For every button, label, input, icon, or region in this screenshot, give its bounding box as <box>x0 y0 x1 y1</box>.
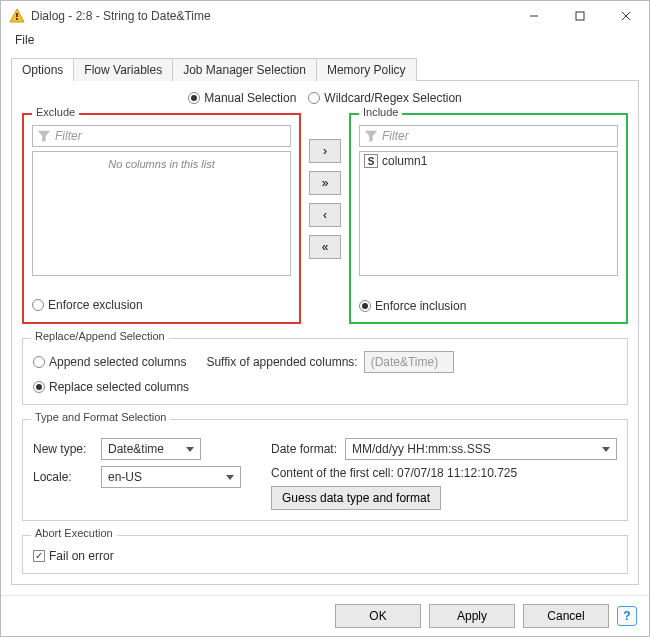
select-value: Date&time <box>108 442 164 456</box>
radio-label: Wildcard/Regex Selection <box>324 91 461 105</box>
tab-options[interactable]: Options <box>11 58 74 81</box>
tabstrip: Options Flow Variables Job Manager Selec… <box>11 57 639 80</box>
select-value: en-US <box>108 470 142 484</box>
app-icon <box>9 8 25 24</box>
cancel-button[interactable]: Cancel <box>523 604 609 628</box>
tabs-container: Options Flow Variables Job Manager Selec… <box>1 51 649 595</box>
titlebar: Dialog - 2:8 - String to Date&Time <box>1 1 649 31</box>
type-format-group: Type and Format Selection New type: Date… <box>22 419 628 521</box>
date-format-label: Date format: <box>271 442 337 456</box>
selection-mode-row: Manual Selection Wildcard/Regex Selectio… <box>22 91 628 105</box>
checkbox-icon <box>33 550 45 562</box>
radio-replace-columns[interactable]: Replace selected columns <box>33 380 189 394</box>
group-legend: Type and Format Selection <box>31 411 170 423</box>
replace-append-group: Replace/Append Selection Append selected… <box>22 338 628 405</box>
radio-enforce-exclusion[interactable]: Enforce exclusion <box>32 298 143 312</box>
apply-button[interactable]: Apply <box>429 604 515 628</box>
include-legend: Include <box>359 106 402 118</box>
exclude-legend: Exclude <box>32 106 79 118</box>
chevron-down-icon <box>226 475 234 480</box>
menubar: File <box>1 31 649 51</box>
radio-bullet-icon <box>308 92 320 104</box>
filter-placeholder: Filter <box>55 129 82 143</box>
enforce-exclusion-row: Enforce exclusion <box>32 298 291 314</box>
filter-icon <box>364 129 378 143</box>
checkbox-label: Fail on error <box>49 549 114 563</box>
exclude-one-button[interactable]: ‹ <box>309 203 341 227</box>
chevron-down-icon <box>602 447 610 452</box>
suffix-label: Suffix of appended columns: <box>206 355 357 369</box>
list-item-label: column1 <box>382 154 427 168</box>
help-button[interactable]: ? <box>617 606 637 626</box>
tab-job-manager[interactable]: Job Manager Selection <box>172 58 317 81</box>
new-type-select[interactable]: Date&time <box>101 438 201 460</box>
dialog-window: Dialog - 2:8 - String to Date&Time File … <box>0 0 650 637</box>
svg-rect-4 <box>576 12 584 20</box>
date-format-select[interactable]: MM/dd/yy HH:mm:ss.SSS <box>345 438 617 460</box>
ok-button[interactable]: OK <box>335 604 421 628</box>
filter-icon <box>37 129 51 143</box>
radio-label: Replace selected columns <box>49 380 189 394</box>
radio-manual-selection[interactable]: Manual Selection <box>188 91 296 105</box>
tab-memory-policy[interactable]: Memory Policy <box>316 58 417 81</box>
move-buttons: › » ‹ « <box>309 113 341 324</box>
exclude-empty-text: No columns in this list <box>33 152 290 170</box>
include-filter-input[interactable]: Filter <box>359 125 618 147</box>
radio-label: Enforce inclusion <box>375 299 466 313</box>
exclude-all-button[interactable]: « <box>309 235 341 259</box>
dialog-footer: OK Apply Cancel ? <box>1 595 649 636</box>
close-button[interactable] <box>603 1 649 31</box>
svg-rect-1 <box>16 13 18 17</box>
include-all-button[interactable]: » <box>309 171 341 195</box>
group-legend: Abort Execution <box>31 527 117 539</box>
columns-row: Exclude Filter No columns in this list E… <box>22 113 628 324</box>
exclude-list[interactable]: No columns in this list <box>32 151 291 276</box>
include-list[interactable]: S column1 <box>359 151 618 276</box>
radio-bullet-icon <box>33 381 45 393</box>
checkbox-fail-on-error[interactable]: Fail on error <box>33 549 114 563</box>
radio-bullet-icon <box>188 92 200 104</box>
filter-placeholder: Filter <box>382 129 409 143</box>
guess-format-button[interactable]: Guess data type and format <box>271 486 441 510</box>
select-value: MM/dd/yy HH:mm:ss.SSS <box>352 442 491 456</box>
locale-select[interactable]: en-US <box>101 466 241 488</box>
radio-enforce-inclusion[interactable]: Enforce inclusion <box>359 299 466 313</box>
include-panel: Include Filter S column1 <box>349 113 628 324</box>
exclude-panel: Exclude Filter No columns in this list E… <box>22 113 301 324</box>
exclude-filter-input[interactable]: Filter <box>32 125 291 147</box>
suffix-input: (Date&Time) <box>364 351 454 373</box>
suffix-placeholder: (Date&Time) <box>371 355 439 369</box>
locale-label: Locale: <box>33 470 93 484</box>
radio-append-columns[interactable]: Append selected columns <box>33 355 186 369</box>
svg-rect-2 <box>16 18 18 20</box>
tab-flow-variables[interactable]: Flow Variables <box>73 58 173 81</box>
group-legend: Replace/Append Selection <box>31 330 169 342</box>
radio-bullet-icon <box>32 299 44 311</box>
list-item[interactable]: S column1 <box>360 152 617 170</box>
radio-label: Enforce exclusion <box>48 298 143 312</box>
radio-label: Manual Selection <box>204 91 296 105</box>
radio-bullet-icon <box>359 300 371 312</box>
maximize-button[interactable] <box>557 1 603 31</box>
menu-file[interactable]: File <box>9 31 40 49</box>
include-one-button[interactable]: › <box>309 139 341 163</box>
first-cell-content: Content of the first cell: 07/07/18 11:1… <box>271 466 517 480</box>
tabpanel-options: Manual Selection Wildcard/Regex Selectio… <box>11 80 639 585</box>
radio-wildcard-selection[interactable]: Wildcard/Regex Selection <box>308 91 461 105</box>
enforce-inclusion-row: Enforce inclusion <box>359 298 618 313</box>
new-type-label: New type: <box>33 442 93 456</box>
minimize-button[interactable] <box>511 1 557 31</box>
radio-bullet-icon <box>33 356 45 368</box>
chevron-down-icon <box>186 447 194 452</box>
window-title: Dialog - 2:8 - String to Date&Time <box>31 9 511 23</box>
abort-execution-group: Abort Execution Fail on error <box>22 535 628 574</box>
string-type-icon: S <box>364 154 378 168</box>
radio-label: Append selected columns <box>49 355 186 369</box>
